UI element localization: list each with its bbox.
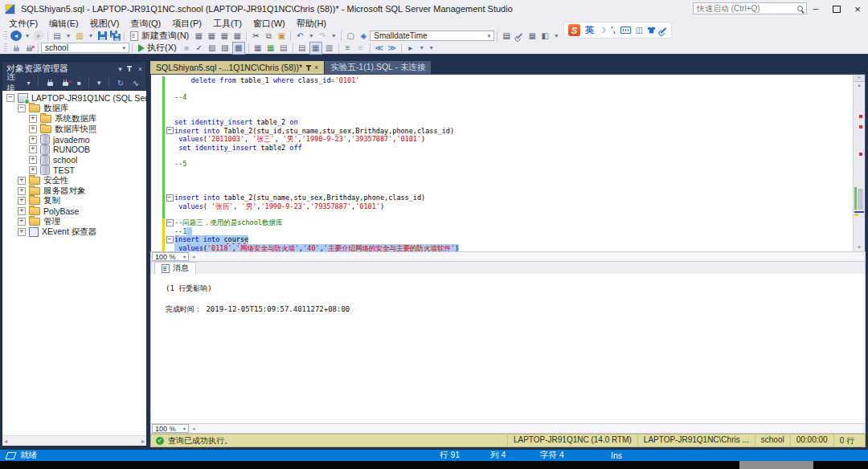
code-line-17[interactable] <box>151 210 854 218</box>
filter-icon[interactable]: ▼ <box>95 77 103 88</box>
scrollbar-split-handle[interactable]: ÷ <box>854 75 865 82</box>
expand-icon[interactable]: + <box>29 115 37 123</box>
tree-item-管理[interactable]: +管理 <box>2 217 146 227</box>
code-line-2[interactable] <box>151 84 854 92</box>
scroll-left-icon[interactable]: ◂ <box>192 426 195 432</box>
command-window-button[interactable]: ◧ <box>539 31 551 42</box>
tab-messages[interactable]: 消息 <box>154 262 196 274</box>
expand-icon[interactable]: + <box>29 136 37 144</box>
document-tab-0[interactable]: SQLShiyan5.sql -...1Q1NC\Chris (58))*× <box>150 61 324 74</box>
save-all-button[interactable] <box>109 31 121 42</box>
open-file-button[interactable]: ▥ <box>74 31 85 42</box>
datatype-combo[interactable]: SmalldateTime ▾ <box>370 31 494 41</box>
connect-button[interactable] <box>10 43 22 54</box>
collapse-region-icon[interactable]: − <box>166 127 174 134</box>
code-line-10[interactable] <box>151 152 854 160</box>
parse-button[interactable]: ✓ <box>194 43 205 54</box>
mdx-query-button[interactable]: ▦ <box>206 31 217 42</box>
wrench-button[interactable] <box>514 31 525 42</box>
toolbar-overflow[interactable]: ▾ <box>428 43 436 54</box>
menu-item-6[interactable]: 窗口(W) <box>248 18 291 30</box>
oe-disconnect-button[interactable] <box>59 77 71 88</box>
pin-icon[interactable] <box>129 66 130 71</box>
cancel-query-button[interactable]: ■ <box>181 43 192 54</box>
results-to-grid-button[interactable]: ▦ <box>309 42 322 55</box>
expand-icon[interactable]: + <box>29 125 37 133</box>
collapse-region-icon[interactable]: − <box>166 219 174 226</box>
tree-item-数据库快照[interactable]: +数据库快照 <box>2 124 146 134</box>
redo-button[interactable]: ↷ <box>317 31 328 42</box>
query-options-button[interactable]: ▨ <box>219 43 231 54</box>
code-line-4[interactable] <box>151 101 854 109</box>
toolbox-button[interactable]: ▦ <box>526 31 538 42</box>
code-line-13[interactable] <box>151 177 854 185</box>
results-text-button[interactable]: ▤ <box>278 43 289 54</box>
tree-item-系统数据库[interactable]: +系统数据库 <box>2 114 146 124</box>
sogou-logo-icon[interactable]: S <box>568 24 580 36</box>
tree-item-PolyBase[interactable]: +PolyBase <box>2 206 146 217</box>
command-window-dropdown[interactable]: ▾ <box>552 31 560 42</box>
messages-zoom-combo[interactable]: 100 % ▾ <box>152 424 189 433</box>
oe-connect-button[interactable] <box>44 77 55 88</box>
code-line-5[interactable] <box>151 110 854 118</box>
connect-menu-dropdown[interactable]: ▾ <box>24 77 32 88</box>
code-line-19[interactable]: --1 <box>151 227 854 235</box>
code-line-18[interactable]: −--问题三，使用的是school数据库 <box>151 218 854 226</box>
activity-monitor-icon[interactable]: ∿ <box>130 77 141 88</box>
messages-pane[interactable]: (1 行受影响)完成时间： 2019-12-05T15:09:57.401127… <box>150 274 866 423</box>
database-engine-query-button[interactable]: ▦ <box>193 31 204 42</box>
navigate-back-dropdown[interactable]: ▾ <box>23 31 31 42</box>
redo-dropdown[interactable]: ▾ <box>330 31 338 42</box>
minimize-button[interactable]: ─ <box>805 0 826 18</box>
debug-dropdown[interactable]: ▾ <box>418 43 426 54</box>
collapse-region-icon[interactable]: − <box>166 236 174 243</box>
scroll-down-icon[interactable]: ▾ <box>854 244 865 251</box>
close-panel-icon[interactable]: × <box>138 65 142 73</box>
paste-button[interactable]: ▣ <box>276 31 287 42</box>
code-line-6[interactable]: set identity_insert table_2 on <box>151 118 854 126</box>
moon-icon[interactable]: ☽ <box>599 26 606 35</box>
copy-button[interactable]: ⧉ <box>263 31 274 42</box>
menu-item-3[interactable]: 查询(Q) <box>125 18 166 30</box>
ime-mode-toggle[interactable]: 英 <box>585 24 594 36</box>
punctuation-icon[interactable]: ’, <box>611 26 616 35</box>
tab-close-icon[interactable]: × <box>314 63 318 71</box>
quick-launch-input[interactable]: 快速启动 (Ctrl+Q) <box>693 2 807 14</box>
code-line-20[interactable]: −insert into course <box>151 235 854 243</box>
tree-item-RUNOOB[interactable]: +RUNOOB <box>2 145 146 155</box>
scroll-up-icon[interactable]: ▴ <box>854 82 865 88</box>
save-button[interactable] <box>96 31 108 42</box>
expand-icon[interactable]: + <box>18 187 26 195</box>
editor-zoom-combo[interactable]: 100 % ▾ <box>152 252 189 261</box>
restore-button[interactable] <box>826 0 847 18</box>
tree-item-javademo[interactable]: +javademo <box>2 134 146 145</box>
scroll-left-icon[interactable]: ◂ <box>192 254 195 260</box>
scroll-left-icon[interactable]: ◂ <box>4 438 7 445</box>
keyboard-icon[interactable] <box>620 27 631 34</box>
collapse-icon[interactable]: − <box>6 94 14 102</box>
document-tab-1[interactable]: 实验五-1(1).SQL - 未连接 <box>325 61 431 74</box>
disconnect-button[interactable] <box>23 43 35 54</box>
dmx-query-button[interactable]: ▦ <box>219 31 230 42</box>
expand-icon[interactable]: + <box>18 218 26 226</box>
messages-hscrollbar[interactable]: ◂ <box>190 424 863 433</box>
uncomment-button[interactable]: ≡ <box>355 43 366 54</box>
collapse-region-icon[interactable]: − <box>166 194 174 202</box>
scroll-right-icon[interactable]: ▸ <box>141 438 145 445</box>
menu-item-1[interactable]: 编辑(E) <box>43 18 84 30</box>
refresh-icon[interactable]: ↻ <box>115 77 126 88</box>
database-combo[interactable]: school ▾ <box>41 43 129 53</box>
xmla-query-button[interactable]: ▦ <box>231 31 243 42</box>
tree-item-LAPTOP-JR91Q1NC (SQL Server 14.0[interactable]: −LAPTOP-JR91Q1NC (SQL Server 14.0 <box>2 93 146 104</box>
menu-item-7[interactable]: 帮助(H) <box>291 18 332 30</box>
expand-icon[interactable]: + <box>18 197 26 205</box>
undo-button[interactable]: ↶ <box>294 31 305 42</box>
results-to-text-button[interactable]: ▤ <box>297 43 308 54</box>
code-line-14[interactable] <box>151 186 854 194</box>
decrease-indent-button[interactable]: ≪ <box>374 43 385 54</box>
code-line-11[interactable]: --5 <box>151 160 854 168</box>
profiler-button[interactable]: ◈ <box>358 31 369 42</box>
skin-icon[interactable] <box>648 27 655 34</box>
code-line-12[interactable] <box>151 169 854 177</box>
expand-icon[interactable]: + <box>18 177 26 185</box>
